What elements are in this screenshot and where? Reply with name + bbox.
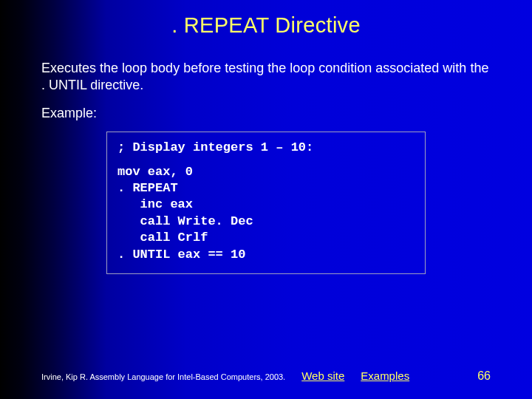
footer-credit: Irvine, Kip R. Assembly Language for Int… — [41, 372, 285, 381]
slide: . REPEAT Directive Executes the loop bod… — [0, 0, 532, 399]
slide-title: . REPEAT Directive — [0, 0, 532, 38]
code-body: mov eax, 0 . REPEAT inc eax call Write. … — [117, 165, 253, 262]
examples-link[interactable]: Examples — [361, 369, 409, 382]
example-label: Example: — [41, 106, 491, 121]
code-box: ; Display integers 1 – 10:mov eax, 0 . R… — [106, 132, 426, 274]
code-comment: ; Display integers 1 – 10: — [117, 140, 415, 156]
page-number: 66 — [477, 369, 491, 383]
website-link[interactable]: Web site — [301, 369, 344, 382]
description-text: Executes the loop body before testing th… — [41, 60, 491, 94]
footer: Irvine, Kip R. Assembly Language for Int… — [41, 369, 491, 383]
